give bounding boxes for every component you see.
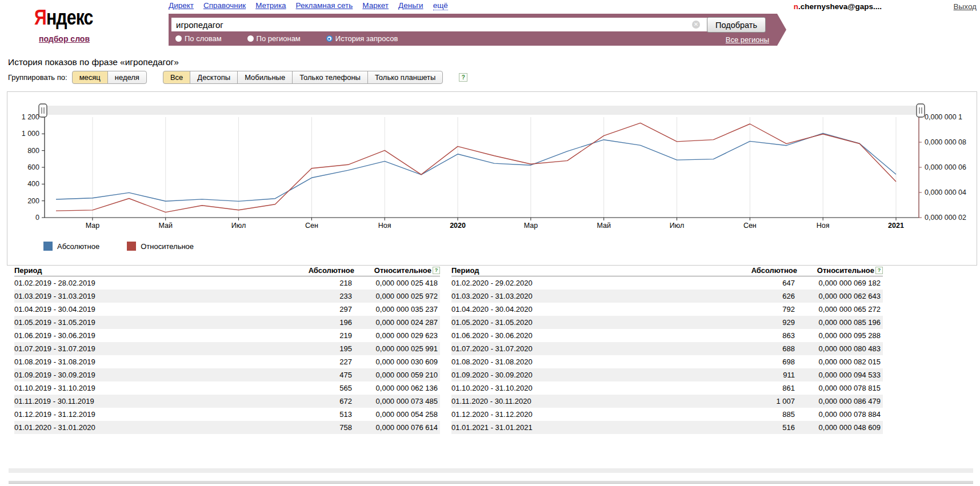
x-tick-label: Сен (743, 222, 757, 230)
help-icon[interactable]: ? (875, 267, 883, 274)
col-header-period: Период (451, 263, 703, 276)
absolute-cell: 218 (260, 276, 354, 290)
logo-rest: ндекс (46, 6, 93, 29)
group-by-buttons-0[interactable]: месяц (72, 71, 108, 84)
group-by-label: Группировать по: (8, 73, 67, 82)
x-tick-label: Май (158, 222, 173, 230)
search-mode-label: По регионам (257, 34, 301, 43)
x-tick-label: Май (597, 222, 611, 230)
chart-svg: 02004006008001 0001 2000,000 000 020,000… (7, 92, 978, 266)
group-by-buttons-1[interactable]: неделя (107, 71, 147, 84)
wordstat-home-link[interactable]: подбор слов (39, 34, 90, 43)
table-row: 01.03.2020 - 31.03.20206260,000 000 062 … (451, 290, 883, 303)
table-row: 01.06.2019 - 30.06.20192190,000 000 029 … (14, 329, 440, 342)
yandex-logo[interactable]: Яндекс (34, 6, 93, 30)
search-mode-1[interactable]: По регионам (247, 34, 301, 43)
legend-item-1[interactable]: Относительное (127, 242, 194, 251)
table-row: 01.05.2019 - 31.05.20191960,000 000 024 … (14, 316, 440, 329)
period-cell: 01.09.2019 - 30.09.2019 (14, 368, 260, 381)
nav-link-5[interactable]: Деньги (398, 1, 423, 10)
period-cell: 01.03.2020 - 31.03.2020 (451, 290, 703, 303)
legend-item-0[interactable]: Абсолютное (43, 242, 99, 251)
period-cell: 01.04.2019 - 30.04.2019 (14, 303, 260, 316)
right-axis-label: 0,000 000 04 (925, 188, 966, 196)
absolute-cell: 195 (260, 342, 354, 355)
period-cell: 01.01.2020 - 31.01.2020 (14, 421, 260, 434)
absolute-cell: 196 (260, 316, 354, 329)
nav-link-0[interactable]: Директ (169, 1, 194, 10)
x-tick-label: Мар (86, 222, 100, 230)
period-cell: 01.05.2019 - 31.05.2019 (14, 316, 260, 329)
period-cell: 01.10.2019 - 31.10.2019 (14, 381, 260, 395)
period-cell: 01.03.2019 - 31.03.2019 (14, 290, 260, 303)
table-row: 01.08.2019 - 31.08.20192270,000 000 030 … (14, 355, 440, 368)
table-row: 01.11.2020 - 30.11.20201 0070,000 000 08… (451, 395, 883, 408)
period-cell: 01.06.2019 - 30.06.2019 (14, 329, 260, 342)
table-row: 01.02.2019 - 28.02.20192180,000 000 025 … (14, 276, 440, 290)
search-mode-2[interactable]: История запросов (326, 34, 398, 43)
x-tick-label: 2020 (450, 222, 466, 230)
nav-link-4[interactable]: Маркет (362, 1, 389, 10)
all-regions-link[interactable]: Все регионы (726, 35, 769, 44)
clear-icon[interactable]: ✕ (692, 21, 700, 29)
table-row: 01.04.2019 - 30.04.20192970,000 000 035 … (14, 303, 440, 316)
help-icon[interactable]: ? (433, 267, 440, 274)
x-tick-label: Сен (305, 222, 318, 230)
radio-selected-icon[interactable] (326, 35, 333, 42)
absolute-cell: 1 007 (703, 395, 797, 408)
radio-icon[interactable] (175, 35, 182, 42)
absolute-cell: 513 (260, 408, 354, 421)
period-cell: 01.11.2020 - 30.11.2020 (451, 395, 703, 408)
x-tick-label: 2021 (888, 222, 904, 230)
device-tabs-4[interactable]: Только планшеты (367, 71, 443, 84)
table-row: 01.09.2019 - 30.09.20194750,000 000 059 … (14, 368, 440, 381)
right-axis-label: 0,000 000 02 (925, 214, 966, 222)
left-axis-label: 1 000 (22, 130, 39, 138)
help-icon[interactable]: ? (459, 73, 467, 82)
table-row: 01.08.2020 - 31.08.20206980,000 000 082 … (451, 355, 883, 368)
nav-link-1[interactable]: Справочник (203, 1, 246, 10)
period-cell: 01.12.2020 - 31.12.2020 (451, 408, 703, 421)
relative-cell: 0,000 000 069 182 (797, 276, 883, 290)
nav-link-6[interactable]: ещё (433, 1, 448, 10)
relative-cell: 0,000 000 059 210 (354, 368, 440, 381)
relative-cell: 0,000 000 030 609 (354, 355, 440, 368)
device-tabs-3[interactable]: Только телефоны (292, 71, 368, 84)
nav-link-2[interactable]: Метрика (255, 1, 286, 10)
radio-icon[interactable] (247, 35, 254, 42)
device-tabs-1[interactable]: Десктопы (190, 71, 238, 84)
logout-link[interactable]: Выход (954, 2, 977, 11)
device-tabs-0[interactable]: Все (163, 71, 190, 84)
table-row: 01.01.2020 - 31.01.20207580,000 000 076 … (14, 421, 440, 434)
legend-swatch-icon (127, 242, 136, 251)
table-row: 01.10.2020 - 31.10.20208610,000 000 078 … (451, 381, 883, 395)
relative-cell: 0,000 000 082 015 (797, 355, 883, 368)
chart-legend: АбсолютноеОтносительное (43, 242, 194, 251)
left-axis-label: 1 200 (22, 113, 39, 121)
range-handle-left[interactable] (39, 104, 47, 117)
absolute-cell: 929 (703, 316, 797, 329)
absolute-cell: 885 (703, 408, 797, 421)
footer-divider (9, 468, 973, 473)
submit-button[interactable]: Подобрать (707, 17, 766, 33)
search-mode-0[interactable]: По словам (175, 34, 222, 43)
page-title: История показов по фразе «игропедагог» (8, 57, 179, 67)
right-axis-label: 0,000 000 06 (925, 163, 966, 171)
table-row: 01.06.2020 - 30.06.20208630,000 000 095 … (451, 329, 883, 342)
x-tick-label: Июл (231, 222, 246, 230)
left-axis-label: 400 (27, 180, 39, 188)
absolute-cell: 565 (260, 381, 354, 395)
absolute-cell: 626 (703, 290, 797, 303)
relative-cell: 0,000 000 024 287 (354, 316, 440, 329)
search-mode-radios: По словамПо регионамИстория запросов (175, 34, 398, 43)
nav-link-3[interactable]: Рекламная сеть (296, 1, 353, 10)
table-row: 01.12.2020 - 31.12.20208850,000 000 078 … (451, 408, 883, 421)
range-track[interactable] (45, 106, 919, 115)
range-handle-right[interactable] (917, 104, 925, 117)
device-tabs-2[interactable]: Мобильные (237, 71, 293, 84)
table-row: 01.03.2019 - 31.03.20192330,000 000 025 … (14, 290, 440, 303)
search-bar: ✕ Подобрать По словамПо регионамИстория … (169, 14, 777, 46)
device-tabs: ВсеДесктопыМобильныеТолько телефоныТольк… (163, 71, 443, 84)
relative-cell: 0,000 000 094 533 (797, 368, 883, 381)
search-input[interactable] (171, 18, 711, 31)
